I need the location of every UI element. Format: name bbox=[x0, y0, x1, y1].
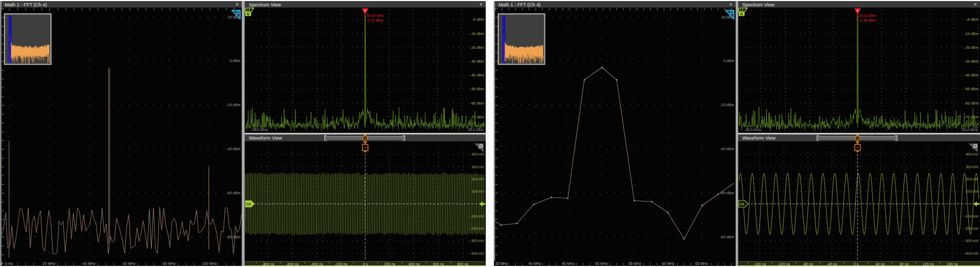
svg-text:50 MHz: 50 MHz bbox=[595, 262, 608, 265]
svg-text:80 MHz: 80 MHz bbox=[163, 262, 176, 265]
svg-text:800 ns: 800 ns bbox=[457, 262, 469, 266]
svg-text:-26 dBm: -26 dBm bbox=[965, 46, 979, 49]
svg-text:-100 mV: -100 mV bbox=[470, 214, 484, 218]
svg-text:-160 ns: -160 ns bbox=[754, 262, 766, 266]
svg-text:80 ns: 80 ns bbox=[900, 262, 909, 266]
svg-text:-120 ns: -120 ns bbox=[778, 262, 790, 266]
svg-text:-200 mV: -200 mV bbox=[965, 227, 979, 230]
svg-text:-36 dBm: -36 dBm bbox=[470, 59, 484, 63]
svg-text:-300 mV: -300 mV bbox=[470, 239, 484, 243]
svg-text:-200 mV: -200 mV bbox=[470, 227, 484, 230]
svg-text:40 MHz: 40 MHz bbox=[529, 262, 542, 265]
svg-text:300 mV: 300 mV bbox=[471, 165, 484, 169]
svg-text:Spectrum View: Spectrum View bbox=[249, 2, 282, 7]
svg-text:-300 mV: -300 mV bbox=[965, 239, 979, 243]
svg-text:-600 ns: -600 ns bbox=[286, 262, 299, 266]
svg-text:160 ns: 160 ns bbox=[947, 262, 958, 266]
svg-text:-66 dBm: -66 dBm bbox=[470, 101, 484, 105]
svg-text:65 MHz: 65 MHz bbox=[695, 262, 709, 265]
svg-text:×: × bbox=[974, 2, 977, 7]
svg-text:200 mV: 200 mV bbox=[471, 177, 484, 181]
svg-text:-80 ns: -80 ns bbox=[803, 262, 813, 266]
svg-text:40 ns: 40 ns bbox=[875, 262, 885, 266]
svg-text:R: R bbox=[364, 9, 367, 12]
svg-text:55.0 MHz: 55.0 MHz bbox=[468, 128, 484, 132]
svg-text:40 MHz: 40 MHz bbox=[83, 262, 96, 265]
svg-text:-16 dBm: -16 dBm bbox=[470, 32, 484, 36]
svg-text:-56 dBm: -56 dBm bbox=[965, 87, 979, 91]
svg-text:55 MHz: 55 MHz bbox=[628, 262, 642, 265]
svg-text:T: T bbox=[364, 147, 367, 150]
svg-text:35 MHz: 35 MHz bbox=[495, 262, 508, 265]
svg-text:-6 dBm: -6 dBm bbox=[966, 18, 978, 21]
svg-text:R: R bbox=[857, 9, 859, 12]
svg-text:50.00 MHz: 50.00 MHz bbox=[859, 14, 876, 18]
svg-text:Math 1 - FFT (Ch 4): Math 1 - FFT (Ch 4) bbox=[499, 2, 541, 7]
svg-text:0 Hz: 0 Hz bbox=[5, 262, 13, 265]
svg-text:-400 ns: -400 ns bbox=[311, 262, 323, 266]
svg-text:-800 ns: -800 ns bbox=[262, 262, 275, 266]
svg-text:-400 mV: -400 mV bbox=[965, 252, 979, 255]
svg-text:100 mV: 100 mV bbox=[471, 190, 484, 193]
svg-text:Math 1 - FFT (Ch 4): Math 1 - FFT (Ch 4) bbox=[5, 2, 47, 7]
svg-text:Waveform View: Waveform View bbox=[743, 135, 776, 141]
svg-text:-16 dBm: -16 dBm bbox=[965, 32, 979, 36]
svg-text:Spectrum View: Spectrum View bbox=[743, 2, 775, 7]
svg-text:-40 dBm: -40 dBm bbox=[720, 147, 735, 151]
svg-text:-80 dBm: -80 dBm bbox=[226, 235, 241, 239]
svg-text:0 s: 0 s bbox=[363, 262, 368, 266]
svg-text:-2.37 dBm: -2.37 dBm bbox=[367, 19, 384, 22]
svg-text:60 MHz: 60 MHz bbox=[662, 262, 675, 265]
svg-text:0 dBm: 0 dBm bbox=[229, 59, 240, 63]
svg-text:-46 dBm: -46 dBm bbox=[470, 73, 484, 77]
svg-text:-80 dBm: -80 dBm bbox=[720, 235, 735, 239]
svg-text:-26 dBm: -26 dBm bbox=[470, 46, 484, 49]
svg-text:20 MHz: 20 MHz bbox=[42, 262, 56, 265]
svg-text:-6 dBm: -6 dBm bbox=[472, 18, 484, 21]
svg-text:-20 dBm: -20 dBm bbox=[720, 103, 735, 107]
svg-text:50.00 MHz: 50.00 MHz bbox=[367, 14, 384, 18]
svg-text:Waveform View: Waveform View bbox=[249, 135, 283, 141]
svg-text:0 dBm: 0 dBm bbox=[723, 59, 734, 63]
svg-text:C4: C4 bbox=[246, 8, 250, 12]
svg-text:×: × bbox=[729, 2, 732, 7]
svg-text:-46 dBm: -46 dBm bbox=[965, 73, 979, 77]
svg-text:-76 dBm: -76 dBm bbox=[965, 115, 979, 119]
svg-text:-66 dBm: -66 dBm bbox=[965, 101, 979, 105]
svg-text:×: × bbox=[236, 2, 239, 7]
svg-text:100 MHz: 100 MHz bbox=[202, 262, 217, 265]
svg-text:-40 ns: -40 ns bbox=[827, 262, 838, 266]
svg-text:200 ns: 200 ns bbox=[384, 262, 396, 266]
svg-text:-400 mV: -400 mV bbox=[470, 252, 484, 255]
svg-text:300 mV: 300 mV bbox=[966, 165, 978, 169]
svg-text:400 mV: 400 mV bbox=[966, 152, 978, 156]
svg-text:55.0 MHz: 55.0 MHz bbox=[962, 128, 978, 132]
svg-text:-56 dBm: -56 dBm bbox=[470, 87, 484, 91]
svg-text:45 MHz: 45 MHz bbox=[562, 262, 575, 265]
svg-text:×: × bbox=[480, 2, 483, 7]
svg-text:100 mV: 100 mV bbox=[966, 190, 978, 193]
svg-text:400 ns: 400 ns bbox=[408, 262, 420, 266]
svg-text:0 s: 0 s bbox=[854, 262, 859, 266]
svg-text:N: N bbox=[740, 12, 743, 16]
svg-text:600 ns: 600 ns bbox=[433, 262, 445, 266]
svg-text:-200 ns: -200 ns bbox=[335, 262, 348, 266]
svg-text:N: N bbox=[247, 12, 250, 16]
svg-text:-40 dBm: -40 dBm bbox=[226, 147, 241, 151]
svg-text:45.0 MHz: 45.0 MHz bbox=[252, 128, 268, 132]
svg-text:C4: C4 bbox=[739, 202, 744, 206]
svg-text:400 mV: 400 mV bbox=[471, 152, 484, 156]
svg-text:-2.38 dBm: -2.38 dBm bbox=[859, 19, 876, 22]
svg-text:120 ns: 120 ns bbox=[923, 262, 934, 266]
svg-text:-36 dBm: -36 dBm bbox=[965, 59, 979, 63]
svg-text:-20 dBm: -20 dBm bbox=[226, 103, 241, 107]
svg-text:C4: C4 bbox=[246, 202, 251, 206]
svg-text:C4: C4 bbox=[739, 8, 744, 12]
svg-text:-100 mV: -100 mV bbox=[965, 214, 979, 218]
svg-text:-60 dBm: -60 dBm bbox=[226, 191, 241, 195]
svg-text:60 MHz: 60 MHz bbox=[123, 262, 136, 265]
svg-text:45.0 MHz: 45.0 MHz bbox=[746, 128, 762, 132]
svg-text:200 mV: 200 mV bbox=[966, 177, 978, 181]
svg-text:T: T bbox=[857, 147, 859, 150]
